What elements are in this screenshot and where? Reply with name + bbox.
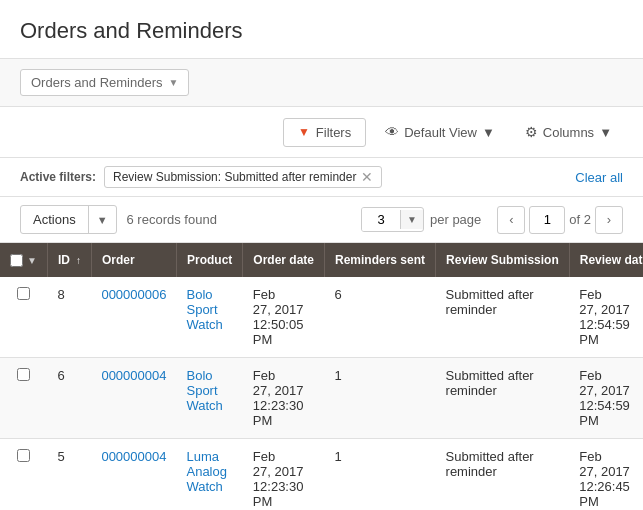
grid-toolbar: Actions ▼ 6 records found ▼ per page ‹ o…	[0, 197, 643, 243]
cell-order: 000000004	[91, 358, 176, 439]
records-found: 6 records found	[127, 212, 217, 227]
breadcrumb-label: Orders and Reminders	[31, 75, 163, 90]
toolbar: ▼ Filters 👁 Default View ▼ ⚙ Columns ▼	[0, 107, 643, 158]
cell-product: Luma Analog Watch	[176, 439, 242, 511]
cell-review-submission: Submitted after reminder	[436, 439, 570, 511]
default-view-arrow-icon: ▼	[482, 125, 495, 140]
filter-icon: ▼	[298, 125, 310, 139]
breadcrumb-arrow-icon: ▼	[169, 77, 179, 88]
columns-button[interactable]: ⚙ Columns ▼	[514, 117, 623, 147]
cell-order-date: Feb27, 2017 12:23:30 PM	[243, 358, 325, 439]
th-product[interactable]: Product	[176, 243, 242, 277]
cell-review-date: Feb27, 2017 12:54:59 PM	[569, 358, 643, 439]
cell-order-date: Feb27, 2017 12:23:30 PM	[243, 439, 325, 511]
page-title: Orders and Reminders	[0, 0, 643, 59]
prev-page-button[interactable]: ‹	[497, 206, 525, 234]
row-checkbox-cell	[0, 277, 47, 358]
row-checkbox[interactable]	[17, 368, 30, 381]
cell-order: 000000006	[91, 277, 176, 358]
actions-dropdown-arrow[interactable]: ▼	[89, 208, 116, 232]
cell-review-submission: Submitted after reminder	[436, 277, 570, 358]
product-link[interactable]: Bolo Sport Watch	[186, 368, 222, 413]
actions-label[interactable]: Actions	[21, 206, 89, 233]
th-checkbox: ▼	[0, 243, 47, 277]
id-sort-icon[interactable]: ↑	[76, 255, 81, 266]
per-page-group: ▼ per page ‹ of 2 ›	[361, 206, 623, 234]
cell-id: 8	[47, 277, 91, 358]
per-page-input[interactable]	[362, 208, 400, 231]
select-all-arrow-icon[interactable]: ▼	[27, 255, 37, 266]
cell-order: 000000004	[91, 439, 176, 511]
cell-review-date: Feb27, 2017 12:54:59 PM	[569, 277, 643, 358]
order-link[interactable]: 000000004	[101, 449, 166, 464]
next-page-button[interactable]: ›	[595, 206, 623, 234]
cell-product: Bolo Sport Watch	[176, 277, 242, 358]
cell-order-date: Feb27, 2017 12:50:05 PM	[243, 277, 325, 358]
filters-label: Filters	[316, 125, 351, 140]
th-order[interactable]: Order	[91, 243, 176, 277]
current-page-input[interactable]	[529, 206, 565, 234]
default-view-label: Default View	[404, 125, 477, 140]
remove-filter-button[interactable]: ✕	[361, 170, 373, 184]
filters-button[interactable]: ▼ Filters	[283, 118, 366, 147]
order-link[interactable]: 000000006	[101, 287, 166, 302]
th-reminders-sent[interactable]: Reminders sent	[325, 243, 436, 277]
filter-tag-text: Review Submission: Submitted after remin…	[113, 170, 356, 184]
per-page-label: per page	[430, 212, 481, 227]
th-order-date[interactable]: Order date	[243, 243, 325, 277]
cell-id: 5	[47, 439, 91, 511]
product-link[interactable]: Bolo Sport Watch	[186, 287, 222, 332]
per-page-select: ▼	[361, 207, 424, 232]
filter-tag: Review Submission: Submitted after remin…	[104, 166, 382, 188]
cell-reminders-sent: 6	[325, 277, 436, 358]
cell-review-date: Feb27, 2017 12:26:45 PM	[569, 439, 643, 511]
row-checkbox-cell	[0, 358, 47, 439]
cell-reminders-sent: 1	[325, 439, 436, 511]
th-id: ID ↑	[47, 243, 91, 277]
data-table: ▼ ID ↑ Order Product Order date Reminder…	[0, 243, 643, 510]
per-page-arrow-icon[interactable]: ▼	[400, 210, 423, 229]
cell-review-submission: Submitted after reminder	[436, 358, 570, 439]
row-checkbox[interactable]	[17, 287, 30, 300]
columns-arrow-icon: ▼	[599, 125, 612, 140]
select-all-checkbox[interactable]	[10, 254, 23, 267]
cell-reminders-sent: 1	[325, 358, 436, 439]
th-review-date[interactable]: Review date	[569, 243, 643, 277]
table-row: 8 000000006 Bolo Sport Watch Feb27, 2017…	[0, 277, 643, 358]
breadcrumb-dropdown[interactable]: Orders and Reminders ▼	[20, 69, 189, 96]
table-row: 6 000000004 Bolo Sport Watch Feb27, 2017…	[0, 358, 643, 439]
breadcrumb-bar: Orders and Reminders ▼	[0, 59, 643, 107]
row-checkbox-cell	[0, 439, 47, 511]
clear-all-button[interactable]: Clear all	[575, 170, 623, 185]
th-review-submission[interactable]: Review Submission	[436, 243, 570, 277]
cell-id: 6	[47, 358, 91, 439]
active-filters-bar: Active filters: Review Submission: Submi…	[0, 158, 643, 197]
product-link[interactable]: Luma Analog Watch	[186, 449, 226, 494]
table-row: 5 000000004 Luma Analog Watch Feb27, 201…	[0, 439, 643, 511]
actions-button-group: Actions ▼	[20, 205, 117, 234]
eye-icon: 👁	[385, 124, 399, 140]
columns-label: Columns	[543, 125, 594, 140]
active-filters-label: Active filters:	[20, 170, 96, 184]
order-link[interactable]: 000000004	[101, 368, 166, 383]
cell-product: Bolo Sport Watch	[176, 358, 242, 439]
default-view-button[interactable]: 👁 Default View ▼	[374, 117, 506, 147]
total-pages: of 2	[569, 212, 591, 227]
gear-icon: ⚙	[525, 124, 538, 140]
row-checkbox[interactable]	[17, 449, 30, 462]
pagination: ‹ of 2 ›	[497, 206, 623, 234]
